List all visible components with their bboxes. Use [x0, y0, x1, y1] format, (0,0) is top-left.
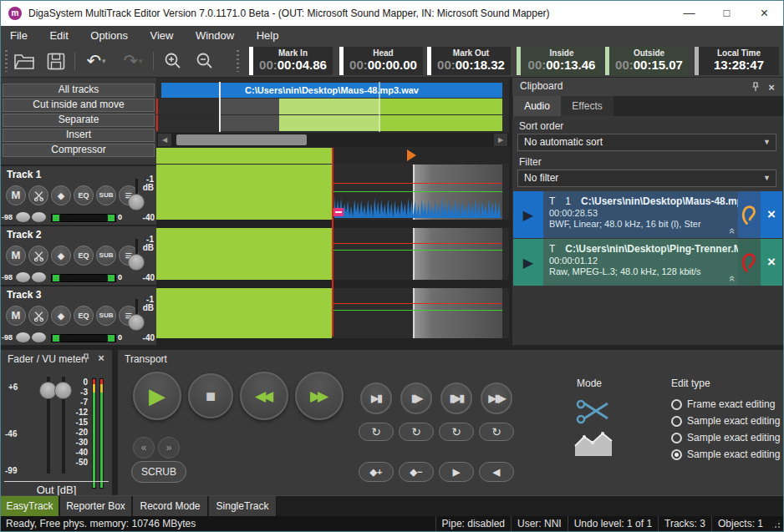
open-file-button[interactable]	[13, 50, 36, 72]
radio-sample-exact-us-2[interactable]: Sample exact editing us	[671, 448, 782, 461]
prelisten-button[interactable]	[738, 239, 761, 286]
clip-info[interactable]: T1C:\Users\nin\Desktop\Maus-48.mp 00:00:…	[543, 191, 738, 238]
redo-button[interactable]: ↷▾	[118, 50, 148, 72]
radio-sample-exact-at[interactable]: Sample exact editing at	[671, 414, 782, 428]
scrollbar-thumb[interactable]	[176, 134, 307, 145]
zoom-in-button[interactable]	[161, 50, 185, 72]
compressor-button[interactable]: Compressor	[3, 144, 155, 157]
play-clip-button[interactable]: ▶	[513, 239, 543, 286]
undo-button[interactable]: ↶▾	[81, 50, 111, 72]
radio-icon[interactable]	[671, 399, 682, 410]
insert-mode-button[interactable]: ◆	[51, 306, 71, 326]
mute-button[interactable]: M	[6, 185, 26, 205]
cut-inside-move-button[interactable]: Cut inside and move	[3, 99, 155, 112]
loop-button-4[interactable]: ↻	[479, 423, 514, 441]
cut-protect-button[interactable]	[28, 306, 48, 326]
undo-dropdown-icon[interactable]: ▾	[102, 57, 106, 65]
fade-handle-marker[interactable]	[333, 208, 344, 216]
insert-mode-button[interactable]: ◆	[51, 246, 71, 266]
maximize-button[interactable]: □	[708, 1, 746, 25]
eq-button[interactable]: EQ	[74, 246, 94, 266]
eq-button[interactable]: EQ	[74, 306, 94, 326]
menu-file[interactable]: File	[1, 26, 37, 45]
radio-icon[interactable]	[671, 433, 682, 443]
envelope-mode-button[interactable]	[574, 430, 613, 460]
prelisten-button[interactable]	[738, 191, 761, 238]
pan-knob-right[interactable]	[32, 212, 46, 222]
scrub-button[interactable]: SCRUB	[131, 461, 186, 483]
mute-button[interactable]: M	[6, 246, 26, 266]
track-2-selection-region[interactable]	[413, 228, 502, 280]
toolbar-grip[interactable]	[5, 50, 8, 72]
overview-selected-clip[interactable]: C:\Users\nin\Desktop\Maus-48.mp3.wav	[161, 83, 502, 98]
scroll-left-arrow[interactable]: ◀	[158, 134, 171, 146]
sub-button[interactable]: SUB	[96, 246, 116, 266]
remove-clip-button[interactable]: ×	[761, 239, 782, 286]
pan-knob-left[interactable]	[16, 212, 30, 222]
tab-effects[interactable]: Effects	[561, 96, 613, 116]
insert-button[interactable]: Insert	[3, 129, 155, 142]
cut-protect-button[interactable]	[28, 185, 48, 205]
remove-clip-button[interactable]: ×	[761, 191, 782, 238]
cut-protect-button[interactable]	[28, 246, 48, 266]
fast-forward-button[interactable]: ▶▶	[295, 372, 344, 420]
play-selection-button[interactable]: ▮▶▮	[440, 383, 472, 414]
track-3-selection-region[interactable]	[413, 288, 502, 338]
loop-button-3[interactable]: ↻	[439, 423, 474, 441]
previous-marker-button[interactable]: «	[133, 437, 155, 459]
step-back-button[interactable]: ◀	[479, 462, 514, 482]
radio-sample-exact-us-1[interactable]: Sample exact editing us	[671, 431, 782, 444]
zoom-out-button[interactable]	[193, 50, 216, 72]
pan-knob-left[interactable]	[16, 332, 30, 342]
clip-info[interactable]: TC:\Users\nin\Desktop\Ping-Trenner.M 00:…	[543, 239, 738, 286]
pin-icon[interactable]	[80, 353, 92, 364]
tab-easytrack[interactable]: EasyTrack	[1, 496, 59, 516]
tab-reporter-box[interactable]: Reporter Box	[60, 496, 132, 516]
sort-order-select[interactable]: No automatic sort ▼	[517, 134, 776, 151]
tab-audio[interactable]: Audio	[513, 96, 561, 116]
minimize-button[interactable]: —	[670, 1, 708, 25]
close-panel-icon[interactable]: ×	[95, 352, 107, 363]
track-1-clip[interactable]	[156, 165, 332, 220]
close-button[interactable]: ×	[746, 1, 783, 25]
track-2-clip[interactable]	[156, 228, 332, 280]
pin-icon[interactable]	[750, 82, 761, 93]
overview-row-2[interactable]	[156, 99, 509, 114]
menu-options[interactable]: Options	[81, 26, 137, 45]
radio-selected-icon[interactable]	[671, 449, 682, 460]
play-to-mark-button[interactable]: ▶▮	[360, 383, 392, 414]
separate-button[interactable]: Separate	[3, 114, 155, 127]
play-clip-button[interactable]: ▶	[513, 191, 543, 238]
all-tracks-button[interactable]: All tracks	[3, 84, 155, 97]
radio-icon[interactable]	[671, 416, 682, 427]
overview-row-3[interactable]	[156, 115, 509, 131]
play-around-cut-button[interactable]: ▶▮▶	[481, 383, 512, 414]
track-fader-knob[interactable]	[128, 254, 145, 271]
filter-select[interactable]: No filter ▼	[517, 170, 776, 187]
menu-edit[interactable]: Edit	[40, 26, 77, 45]
radio-frame-exact[interactable]: Frame exact editing	[671, 398, 782, 411]
menu-window[interactable]: Window	[186, 26, 243, 45]
menu-help[interactable]: Help	[247, 26, 288, 45]
add-marker-button[interactable]: ◆+	[359, 462, 394, 482]
mute-button[interactable]: M	[6, 306, 26, 326]
track-3-clip[interactable]	[156, 288, 332, 338]
track-fader-knob[interactable]	[128, 194, 145, 210]
close-panel-icon[interactable]: ×	[766, 82, 777, 93]
pan-knob-left[interactable]	[16, 272, 30, 282]
clipboard-item[interactable]: ▶ T1C:\Users\nin\Desktop\Maus-48.mp 00:0…	[513, 191, 782, 238]
sub-button[interactable]: SUB	[96, 185, 116, 205]
pan-knob-right[interactable]	[32, 332, 46, 342]
cut-mode-button[interactable]	[576, 398, 611, 430]
collapse-icon[interactable]: «	[726, 276, 738, 281]
collapse-icon[interactable]: «	[726, 228, 738, 234]
horizontal-scrollbar[interactable]: ◀ ▶	[156, 133, 509, 147]
track-fader-knob[interactable]	[128, 314, 145, 331]
tab-record-mode[interactable]: Record Mode	[133, 496, 208, 516]
tab-singletrack[interactable]: SingleTrack	[209, 496, 277, 516]
remove-marker-button[interactable]: ◆−	[399, 462, 434, 482]
step-forward-button[interactable]: ▶	[439, 462, 474, 482]
eq-button[interactable]: EQ	[74, 185, 94, 205]
playhead-marker-icon[interactable]	[407, 149, 416, 161]
next-marker-button[interactable]: »	[158, 437, 180, 459]
